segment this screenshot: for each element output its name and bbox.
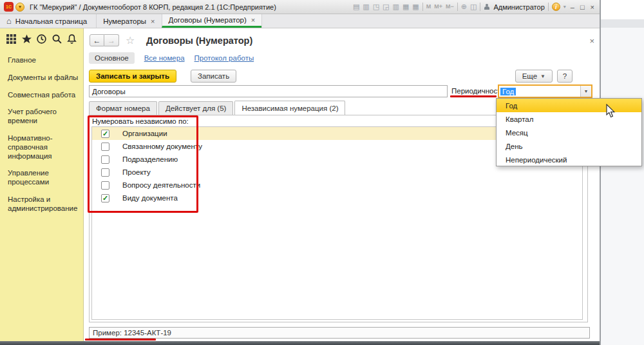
title-bar: 1С ▾ ГК "Меркурий" / Документооборот 8 К… — [0, 0, 600, 14]
save-button[interactable]: Записать — [191, 70, 236, 83]
memory-button[interactable]: M — [426, 4, 431, 10]
attach-icon[interactable]: ◲ — [383, 3, 389, 10]
save-and-close-button[interactable]: Записать и закрыть — [89, 70, 176, 83]
toolbar-separator — [480, 3, 480, 11]
sidebar-item-collaboration[interactable]: Совместная работа — [8, 91, 79, 100]
tab-close-icon[interactable]: × — [251, 16, 255, 24]
memory-plus-button[interactable]: M+ — [434, 4, 442, 10]
more-label: Еще — [522, 72, 537, 80]
background-window-band — [601, 19, 644, 28]
background-window-top — [601, 0, 644, 19]
tabbar-filler — [261, 14, 600, 28]
dropdown-option-kvartal[interactable]: Квартал — [497, 112, 641, 126]
dropdown-option-neperiodicheskiy[interactable]: Непериодический — [497, 153, 641, 166]
page-title: Договоры (Нумератор) — [146, 35, 252, 46]
tab-close-icon[interactable]: × — [151, 17, 155, 25]
close-form-icon[interactable]: × — [589, 36, 594, 46]
calendar-date-icon[interactable]: ▦ — [412, 3, 419, 10]
history-nav-buttons: ← → — [90, 34, 119, 46]
app-window: 1С ▾ ГК "Меркурий" / Документооборот 8 К… — [0, 0, 601, 345]
window-tab-bar: ⌂ Начальная страница Нумераторы × Догово… — [0, 14, 600, 28]
tab-deystvuet-dlya[interactable]: Действует для (5) — [158, 101, 233, 115]
page-tabs: Формат номера Действует для (5) Независи… — [89, 101, 346, 115]
form-nav-links: Основное Все номера Протокол работы — [89, 52, 254, 64]
split-view-icon[interactable]: ◫ — [470, 3, 477, 10]
periodicity-dropdown-list: Год Квартал Месяц День Непериодический — [496, 98, 642, 166]
screen: 1С ▾ ГК "Меркурий" / Документооборот 8 К… — [0, 0, 644, 345]
sidebar-item-documents-files[interactable]: Документы и файлы — [8, 74, 79, 83]
window-title: ГК "Меркурий" / Документооборот 8 КОРП, … — [30, 3, 276, 11]
toolbar-separator — [457, 3, 458, 11]
annotation-underline-example — [85, 339, 156, 340]
back-button[interactable]: ← — [90, 34, 104, 46]
tab-format-nomera[interactable]: Формат номера — [89, 101, 157, 115]
info-icon[interactable]: i — [552, 3, 560, 11]
tab-home[interactable]: ⌂ Начальная страница — [0, 14, 96, 28]
home-icon: ⌂ — [6, 16, 12, 26]
sidebar-item-time-tracking[interactable]: Учет рабочего времени — [8, 108, 79, 126]
annotation-rectangle-checkboxes — [88, 115, 198, 213]
command-bar: Записать и закрыть Записать — [89, 70, 236, 83]
dropdown-option-mesyats[interactable]: Месяц — [497, 126, 641, 139]
save-icon[interactable]: ▤ — [353, 3, 359, 10]
maximize-button[interactable]: □ — [579, 3, 586, 11]
toolbar-separator — [422, 3, 423, 11]
memory-minus-button[interactable]: M− — [446, 4, 454, 10]
favorites-star-icon[interactable] — [21, 34, 32, 44]
periodicity-selected-value: Год — [500, 88, 516, 95]
sidebar-item-process-management[interactable]: Управление процессами — [8, 169, 79, 187]
zoom-icon[interactable]: ⊕ — [461, 3, 467, 10]
tab-nezavisimaya-numeratsiya[interactable]: Независимая нумерация (2) — [234, 101, 345, 115]
numerator-name-input[interactable]: Договоры — [89, 85, 448, 97]
notifications-bell-icon[interactable] — [66, 34, 77, 44]
nav-link-vse-nomera[interactable]: Все номера — [144, 54, 185, 62]
chevron-down-icon: ▼ — [540, 74, 545, 79]
command-bar-right: Еще▼ ? — [515, 70, 573, 83]
dropdown-option-den[interactable]: День — [497, 139, 641, 153]
tab-dogovory-numerator[interactable]: Договоры (Нумератор) × — [162, 14, 262, 28]
search-icon[interactable] — [52, 34, 62, 44]
close-window-button[interactable]: × — [589, 3, 596, 11]
sidebar-item-glavnoe[interactable]: Главное — [8, 56, 79, 65]
info-dropdown-icon[interactable]: ▾ — [564, 5, 566, 10]
sidebar-item-reference-info[interactable]: Нормативно-справочная информация — [8, 134, 79, 161]
dropdown-option-god[interactable]: Год — [497, 99, 641, 112]
toolbar-separator — [548, 3, 549, 11]
print-icon[interactable]: ▥ — [363, 3, 369, 10]
tab-home-label: Начальная страница — [15, 17, 87, 25]
sidebar-toolbar — [0, 28, 83, 48]
example-value: Пример: 12345-АКТ-19 — [93, 329, 171, 337]
sidebar-item-settings-admin[interactable]: Настройка и администрирование — [8, 195, 79, 213]
nav-link-osnovnoe[interactable]: Основное — [89, 52, 135, 64]
sections-sidebar: Главное Документы и файлы Совместная раб… — [0, 28, 84, 341]
chevron-down-icon: ▼ — [584, 89, 589, 94]
example-field: Пример: 12345-АКТ-19 — [89, 327, 590, 339]
tab-label: Договоры (Нумератор) — [169, 16, 247, 24]
menu-grid-icon[interactable] — [6, 34, 17, 44]
tab-label: Нумераторы — [103, 17, 146, 25]
tab-numerators[interactable]: Нумераторы × — [96, 14, 161, 28]
printer-icon[interactable]: ▥ — [393, 3, 399, 10]
mouse-cursor — [606, 104, 616, 118]
favorite-star-icon[interactable]: ☆ — [126, 34, 135, 46]
forward-button[interactable]: → — [104, 34, 119, 46]
combobox-dropdown-button[interactable]: ▼ — [580, 86, 591, 97]
calendar-icon[interactable]: ▦ — [402, 3, 409, 10]
nav-link-protokol-raboty[interactable]: Протокол работы — [194, 54, 254, 62]
main-menu-button[interactable]: ▾ — [15, 3, 24, 12]
1c-logo-icon: 1С — [4, 2, 14, 12]
minimize-button[interactable]: – — [569, 3, 576, 11]
numerator-name-value: Договоры — [92, 88, 126, 95]
sidebar-menu: Главное Документы и файлы Совместная раб… — [0, 48, 83, 213]
more-button[interactable]: Еще▼ — [515, 70, 553, 83]
annotation-underline-periodicity — [450, 95, 497, 97]
periodicity-combobox[interactable]: Год ▼ — [498, 84, 592, 98]
user-icon — [484, 4, 490, 10]
current-user[interactable]: Администратор — [493, 3, 544, 11]
window-bottom-edge — [0, 341, 600, 345]
preview-icon[interactable]: ◳ — [373, 3, 379, 10]
background-window-body — [601, 28, 644, 345]
history-clock-icon[interactable] — [36, 34, 47, 44]
help-button[interactable]: ? — [557, 70, 573, 83]
